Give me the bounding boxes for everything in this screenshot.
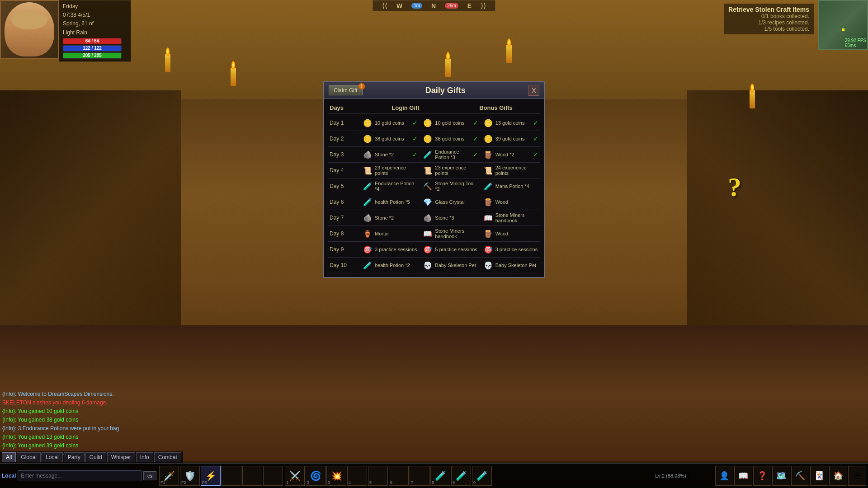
chat-tab-whisper[interactable]: Whisper bbox=[107, 452, 135, 462]
row3-login-check: ✓ bbox=[412, 151, 418, 158]
row8-bonus2: 🪵 Wood bbox=[481, 227, 540, 240]
day-label-2: Day 2 bbox=[328, 136, 359, 142]
right-slot-4[interactable]: 5 bbox=[368, 466, 388, 486]
row8-bonus1-text: Stone Miners handbook bbox=[435, 228, 478, 239]
row5-login-text: Endurance Potion *4 bbox=[375, 181, 418, 192]
row10-bonus2-text: Baby Skeleton Pet bbox=[495, 263, 538, 268]
right-slot-6[interactable]: 7 bbox=[410, 466, 429, 486]
right-slot-1[interactable]: 🌀2 bbox=[306, 466, 326, 486]
row4-bonus1: 📜 23 experience points bbox=[420, 164, 480, 177]
bottom-bar: AllGlobalLocalPartyGuildWhisperInfoComba… bbox=[0, 463, 868, 488]
row3-login-text: Stone *2 bbox=[375, 152, 410, 157]
day-label-10: Day 10 bbox=[328, 262, 359, 268]
row6-bonus1: 💎 Glass Crystal bbox=[420, 196, 480, 208]
quest-title: Retrieve Stolen Craft Items bbox=[728, 6, 809, 13]
row2-login-text: 38 gold coins bbox=[375, 136, 410, 141]
right-slot-7-num: 8 bbox=[432, 480, 434, 485]
row8-bonus2-icon: 🪵 bbox=[483, 228, 494, 239]
row5-bonus1-icon: ⛏️ bbox=[422, 181, 433, 192]
row3-bonus2: 🪵 Wood *2 ✓ bbox=[481, 148, 540, 161]
chat-tab-all[interactable]: All bbox=[2, 452, 16, 462]
journal-icon[interactable]: 📖 bbox=[734, 466, 752, 486]
chat-message-3: {Info}: You gained 38 gold coins bbox=[2, 416, 170, 424]
map-icon[interactable]: 🗺️ bbox=[772, 466, 790, 486]
right-slot-7[interactable]: 🧪8 bbox=[430, 466, 450, 486]
settings-icon[interactable]: 🏠 bbox=[829, 466, 847, 486]
weather-display: Light Rain bbox=[63, 28, 127, 37]
npc-question-mark: ? bbox=[728, 172, 741, 203]
row8-login-text: Mortar bbox=[375, 231, 418, 236]
day-label-8: Day 8 bbox=[328, 230, 359, 237]
trade-icon[interactable]: 🃏 bbox=[810, 466, 828, 486]
row2-bonus2: 🪙 39 gold coins ✓ bbox=[481, 132, 540, 145]
row2-login-icon: 🪙 bbox=[362, 133, 373, 144]
chat-area: {Info}: Welcome to DreamScapes Dimension… bbox=[0, 387, 172, 461]
left-slot-4[interactable] bbox=[242, 466, 262, 486]
chat-messages: {Info}: Welcome to DreamScapes Dimension… bbox=[2, 390, 170, 458]
right-slot-7-icon: 🧪 bbox=[435, 470, 446, 481]
chat-tab-global[interactable]: Global bbox=[17, 452, 41, 462]
row2-bonus1-check: ✓ bbox=[473, 135, 478, 142]
chat-tab-party[interactable]: Party bbox=[64, 452, 85, 462]
right-slot-0-icon: ⚔️ bbox=[289, 470, 301, 481]
row2-bonus2-icon: 🪙 bbox=[483, 133, 494, 144]
modal-header: Claim Gift Daily Gifts X bbox=[324, 82, 544, 99]
row5-login-icon: 🧪 bbox=[362, 181, 373, 192]
gift-rows: Day 1 🪙 10 gold coins ✓ 🪙 10 gold coins … bbox=[328, 115, 540, 273]
inventory-icon[interactable]: 👤 bbox=[715, 466, 733, 486]
daily-gifts-modal[interactable]: Claim Gift Daily Gifts X Days Login Gift… bbox=[323, 81, 545, 278]
right-slot-0[interactable]: ⚔️1 bbox=[285, 466, 305, 486]
right-slot-0-num: 1 bbox=[286, 480, 288, 485]
chat-input[interactable] bbox=[18, 470, 142, 481]
gift-row-3: Day 3 🪨 Stone *2 ✓ 🧪 Endurance Potion *3… bbox=[328, 147, 540, 163]
quest-recipes: 1/3 recipes collected. bbox=[728, 19, 809, 26]
row9-bonus1-icon: 🎯 bbox=[422, 244, 433, 255]
row10-bonus2: 💀 Baby Skeleton Pet bbox=[481, 259, 540, 272]
chat-message-5: {Info}: You gained 13 gold coins bbox=[2, 433, 170, 441]
left-slot-2[interactable]: ⚡F3 bbox=[201, 466, 221, 486]
modal-close-button[interactable]: X bbox=[528, 85, 539, 96]
row1-bonus2-check: ✓ bbox=[533, 119, 538, 127]
left-slot-3[interactable] bbox=[222, 466, 241, 486]
menu-icon[interactable]: ☰ bbox=[848, 466, 866, 486]
chat-tab-combat[interactable]: Combat bbox=[154, 452, 181, 462]
hp-bar-container: 64 / 64 bbox=[63, 38, 127, 44]
quest-icon[interactable]: ❓ bbox=[753, 466, 771, 486]
chat-tabs: AllGlobalLocalPartyGuildWhisperInfoComba… bbox=[2, 452, 181, 462]
right-slot-3[interactable]: 4 bbox=[347, 466, 367, 486]
right-slot-1-icon: 🌀 bbox=[310, 470, 321, 481]
row9-bonus2: 🎯 3 practice sessions bbox=[481, 243, 540, 256]
chat-tab-guild[interactable]: Guild bbox=[85, 452, 106, 462]
chat-input-area[interactable]: Local cs bbox=[0, 469, 158, 483]
left-slot-5[interactable] bbox=[263, 466, 283, 486]
row5-login: 🧪 Endurance Potion *4 bbox=[360, 180, 420, 192]
gift-row-8: Day 8 🏺 Mortar 📖 Stone Miners handbook 🪵… bbox=[328, 226, 540, 242]
candle-2 bbox=[231, 68, 236, 86]
mini-map: 29.92 FPS65ms bbox=[818, 0, 868, 50]
right-slot-9[interactable]: 🧪0 bbox=[472, 466, 492, 486]
claim-gift-button[interactable]: Claim Gift bbox=[329, 85, 363, 95]
crafting-icon[interactable]: ⛏️ bbox=[791, 466, 809, 486]
left-slot-0[interactable]: 🗡️F1 bbox=[159, 466, 179, 486]
right-slot-8-icon: 🧪 bbox=[456, 470, 467, 481]
left-slot-0-icon: 🗡️ bbox=[164, 470, 175, 481]
left-slot-1[interactable]: 🛡️F2 bbox=[180, 466, 200, 486]
row4-login-text: 23 experience points bbox=[375, 165, 418, 176]
right-slot-9-num: 0 bbox=[473, 480, 476, 485]
portrait-face bbox=[5, 2, 54, 56]
stats-panel: Friday 07:38 4/5/1 Spring, 61 of Light R… bbox=[59, 0, 131, 62]
chat-tab-local[interactable]: Local bbox=[42, 452, 63, 462]
gift-row-5: Day 5 🧪 Endurance Potion *4 ⛏️ Stone Min… bbox=[328, 178, 540, 194]
row2-login: 🪙 38 gold coins ✓ bbox=[360, 132, 420, 145]
left-slot-1-icon: 🛡️ bbox=[184, 470, 196, 481]
chat-cs-button[interactable]: cs bbox=[143, 471, 156, 480]
time-display: Friday bbox=[63, 2, 127, 11]
right-slot-2[interactable]: 💥3 bbox=[326, 466, 346, 486]
left-slot-0-num: F1 bbox=[160, 480, 165, 485]
row9-bonus1: 🎯 5 practice sessions bbox=[420, 243, 480, 256]
right-slot-5[interactable]: 6 bbox=[389, 466, 409, 486]
right-slot-8[interactable]: 🧪9 bbox=[451, 466, 471, 486]
row9-login-text: 3 practice sessions bbox=[375, 247, 418, 252]
room-wall-left bbox=[0, 90, 181, 361]
chat-tab-info[interactable]: Info bbox=[136, 452, 153, 462]
